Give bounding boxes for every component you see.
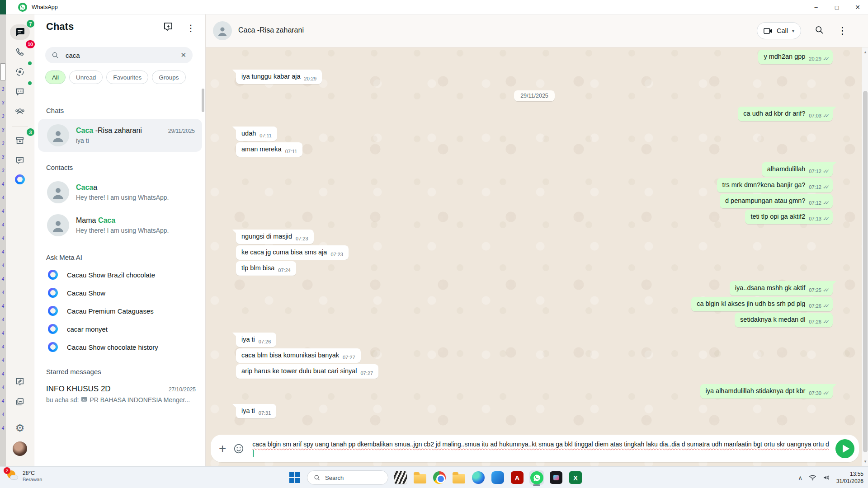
message-bubble[interactable]: tlp blm bisa07:24	[236, 261, 296, 276]
message-bubble[interactable]: ca blgin kl akses jln udh bs srh pd plg0…	[691, 297, 833, 311]
message-bubble[interactable]: ke caca jg cuma bisa sms aja07:23	[236, 245, 349, 260]
meta-ai-suggestion-label: cacar monyet	[67, 325, 108, 333]
message-input[interactable]: caca blgin sm arif spy uang tanah pp dke…	[252, 440, 829, 458]
dark-app-icon[interactable]	[549, 470, 563, 485]
weather-widget[interactable]: 2 28°C Berawan	[6, 469, 42, 482]
filter-chip-favourites[interactable]: Favourites	[106, 70, 148, 84]
message-bubble[interactable]: ca udh ad kbr dr arif?07:03✓✓	[738, 107, 833, 121]
message-bubble[interactable]: iya ti07:31	[236, 404, 276, 418]
message-bubble[interactable]: y mdh2an gpp20:29✓✓	[758, 50, 833, 64]
starred-message-item[interactable]: INFO KHUSUS 2D27/10/2025bu acha sd:PR BA…	[34, 380, 206, 404]
minimize-button[interactable]: –	[806, 0, 826, 14]
taskbar-search-box[interactable]: Search	[307, 470, 388, 485]
background-digit: 3	[2, 87, 5, 92]
folder-icon[interactable]	[452, 470, 466, 485]
nav-chats-button[interactable]	[10, 24, 30, 40]
search-match-highlight: Caca	[98, 216, 115, 224]
nav-channels-button[interactable]	[10, 84, 30, 99]
nav-starred-messages-button[interactable]	[10, 153, 30, 168]
chat-avatar[interactable]	[213, 21, 232, 40]
message-bubble[interactable]: teti tlp opi ga aktif207:13✓✓	[745, 210, 833, 224]
edge-icon[interactable]	[471, 470, 486, 485]
meta-ai-suggestion[interactable]: cacar monyet	[34, 320, 206, 338]
nav-media-button[interactable]	[10, 394, 30, 409]
chat-header: Caca -Risa zaharani Call ▾ ⋮	[206, 14, 868, 47]
message-bubble[interactable]: trs mrk dmn?kena banjir ga?07:12✓✓	[717, 178, 833, 192]
message-bubble[interactable]: ngungsi di masjid07:23	[236, 230, 314, 244]
message-bubble[interactable]: d penampungan atau gmn?07:12✓✓	[720, 194, 833, 208]
volume-icon[interactable]	[823, 474, 830, 481]
call-options-chevron-icon[interactable]: ▾	[792, 28, 794, 33]
emoji-button[interactable]	[233, 443, 244, 454]
excel-icon[interactable]: X	[568, 470, 583, 485]
chat-menu-button[interactable]: ⋮	[838, 25, 847, 36]
message-text: iya..dsana mshh gk aktif	[735, 284, 806, 291]
whatsapp-taskbar-icon[interactable]	[529, 470, 544, 485]
meta-ai-suggestion[interactable]: Cacau Show	[34, 284, 206, 302]
contact-list-item[interactable]: CacaaHey there! I am using WhatsApp.	[38, 176, 202, 209]
background-digit: 3	[2, 155, 5, 160]
nav-status-button[interactable]	[10, 64, 30, 80]
scroll-up-arrow[interactable]: ▲	[862, 50, 868, 54]
section-label-ask-meta-ai: Ask Meta AI	[46, 253, 206, 261]
chat-scrollbar[interactable]: ▲ ▼	[862, 47, 868, 466]
message-bubble[interactable]: iya tunggu kabar aja20:29	[236, 70, 322, 84]
background-digit: 4	[2, 304, 5, 309]
message-bubble[interactable]: udah07:11	[236, 127, 277, 141]
message-bubble[interactable]: iya ti07:26	[236, 333, 276, 347]
window-corner-accent	[0, 0, 6, 14]
panel-scrollbar-thumb[interactable]	[202, 89, 204, 112]
message-bubble[interactable]: iya..dsana mshh gk aktif07:25✓✓	[730, 281, 833, 296]
chat-wallpaper: y mdh2an gpp20:29✓✓iya tunggu kabar aja2…	[206, 47, 868, 466]
scroll-down-arrow[interactable]: ▼	[862, 460, 868, 464]
nav-feedback-button[interactable]	[10, 374, 30, 389]
send-button[interactable]	[835, 439, 854, 458]
filter-chip-all[interactable]: All	[45, 70, 66, 84]
panel-menu-button[interactable]: ⋮	[186, 23, 195, 33]
message-bubble[interactable]: caca blm bisa komunikasi banyak07:27	[236, 348, 361, 363]
chrome-icon[interactable]	[432, 470, 447, 485]
close-button[interactable]: ✕	[847, 0, 868, 14]
network-icon[interactable]	[809, 474, 816, 481]
meta-ai-suggestion[interactable]: Cacau Premium Cataguases	[34, 302, 206, 320]
profile-button[interactable]	[10, 441, 30, 456]
nav-meta-ai-button[interactable]	[10, 172, 30, 187]
search-input[interactable]: caca ✕	[45, 47, 193, 63]
chat-scrollbar-thumb[interactable]	[863, 91, 868, 452]
message-bubble[interactable]: arip harus ke tower dulu buat cari sinya…	[236, 364, 378, 379]
message-bubble[interactable]: alhamdulillah07:12✓✓	[762, 162, 833, 177]
nav-archived-button[interactable]	[10, 133, 30, 148]
blue-app-icon[interactable]	[491, 470, 505, 485]
attach-button[interactable]: +	[219, 441, 226, 456]
taskbar-clock[interactable]: 13:55 31/01/2026	[836, 470, 863, 485]
message-meta: 07:03✓✓	[809, 111, 827, 120]
message-time: 20:29	[304, 76, 317, 81]
clear-search-button[interactable]: ✕	[180, 51, 186, 59]
call-button[interactable]: Call ▾	[757, 22, 801, 39]
chat-contact-name[interactable]: Caca -Risa zaharani	[238, 26, 304, 34]
meta-ai-suggestion-label: Cacau Show	[67, 289, 105, 297]
filter-chip-groups[interactable]: Groups	[152, 70, 185, 84]
meta-ai-suggestion[interactable]: Cacau Show chocolate history	[34, 338, 206, 356]
new-chat-button[interactable]	[163, 22, 174, 34]
settings-button[interactable]: ⚙	[10, 420, 30, 436]
meta-ai-suggestion[interactable]: Cacau Show Brazil chocolate	[34, 266, 206, 284]
chat-search-button[interactable]	[815, 25, 824, 37]
background-digit: 3	[2, 168, 5, 173]
background-digit: 4	[2, 182, 5, 187]
nav-communities-button[interactable]	[10, 104, 30, 119]
filter-chip-unread[interactable]: Unread	[69, 70, 103, 84]
start-button[interactable]	[288, 470, 302, 485]
file-explorer-icon[interactable]	[413, 470, 427, 485]
chat-list-item[interactable]: Caca -Risa zaharani29/11/2025iya ti	[38, 119, 202, 152]
widgets-zebra-icon[interactable]	[393, 470, 408, 485]
adobe-reader-icon[interactable]: A	[510, 470, 524, 485]
contact-list-item[interactable]: Mama CacaHey there! I am using WhatsApp.	[38, 209, 202, 242]
tray-chevron-icon[interactable]: ∧	[798, 474, 802, 481]
message-bubble[interactable]: setidaknya k medan dl07:26✓✓	[735, 313, 833, 327]
maximize-button[interactable]: ▢	[826, 0, 847, 14]
message-bubble[interactable]: iya alhamdulillah stidaknya dpt kbr07:30…	[700, 384, 833, 399]
message-bubble[interactable]: aman mereka07:11	[236, 142, 302, 157]
message-time: 07:12	[809, 184, 821, 190]
background-digit: 3	[2, 127, 5, 132]
